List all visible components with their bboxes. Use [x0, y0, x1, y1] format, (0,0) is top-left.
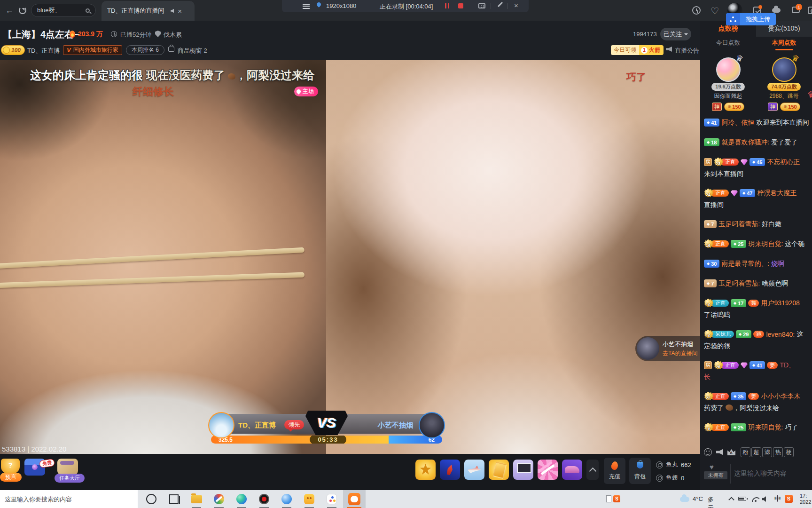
battery-icon[interactable]: [738, 497, 746, 501]
sogou-ime-icon[interactable]: S: [785, 495, 793, 503]
chat-message[interactable]: ◆18就是喜欢你骚冲: 爱了爱了: [704, 137, 812, 147]
chat-message[interactable]: ◆30雨是最寻常的、: 烧啊: [704, 259, 812, 269]
chat-message[interactable]: ◆7玉足叼着雪茄: 好白嫩: [704, 219, 812, 229]
chat-user-name[interactable]: 玉足叼着雪茄:: [718, 279, 760, 288]
gift-game-console[interactable]: [513, 460, 533, 480]
chat-message[interactable]: ◆7玉足叼着雪茄: 啥颜色啊: [704, 278, 812, 288]
chat-input[interactable]: [734, 463, 809, 484]
ime-indicator[interactable]: 中: [774, 495, 781, 503]
chat-user-name[interactable]: 小小小李李木: [761, 392, 800, 401]
annotate-icon[interactable]: [498, 2, 503, 7]
gift-red-rocket[interactable]: [440, 460, 460, 480]
broadcast-horn-icon[interactable]: [716, 449, 723, 455]
chat-user-name[interactable]: 阿冷、依恒: [721, 119, 754, 127]
wifi-icon[interactable]: [752, 496, 759, 502]
chat-message-list[interactable]: ◆41阿冷、依恒 欢迎来到本直播间◆18就是喜欢你骚冲: 爱了爱了房23正直◆4…: [704, 118, 812, 447]
tab-audio-icon[interactable]: [171, 9, 174, 13]
home-icon[interactable]: [808, 7, 812, 14]
browser-tab[interactable]: TD、正直博的直播间 ×: [102, 1, 195, 21]
history-icon[interactable]: [692, 6, 701, 15]
task-scroll-icon[interactable]: [57, 459, 78, 475]
taskbar-pinwheel-app[interactable]: [208, 490, 230, 508]
address-search-input[interactable]: blue呀、: [31, 4, 96, 17]
taskbar-douyu-client[interactable]: [343, 490, 366, 508]
announcement-label[interactable]: 直播公告: [675, 47, 699, 55]
gift-expand-button[interactable]: [586, 460, 599, 480]
pause-recording-button[interactable]: [445, 3, 449, 8]
right-stream-video[interactable]: [326, 60, 700, 454]
chat-message[interactable]: 房23正直◆45不忘初心正来到本直播间: [704, 157, 812, 178]
weather-cloud-icon[interactable]: [680, 497, 689, 502]
emoji-icon[interactable]: [704, 448, 712, 456]
sogou-tray-icon[interactable]: S: [613, 495, 620, 502]
chat-user-name[interactable]: 不忘初心正: [767, 158, 800, 167]
chat-user-name[interactable]: 玉足叼着雪茄:: [718, 220, 760, 229]
chat-message[interactable]: 22正直◆35姜小小小李李木药费了 ，阿梨没过来给: [704, 391, 812, 413]
chat-message[interactable]: 16正直◆25玥来玥自觉: 巧了: [704, 422, 812, 432]
streamer-name[interactable]: TD、正直博: [27, 47, 60, 55]
taskbar-edge-browser[interactable]: [230, 490, 253, 508]
messages-icon[interactable]: 1: [792, 7, 800, 13]
chat-user-name[interactable]: 玥来玥自觉:: [748, 240, 783, 248]
rank-card-today[interactable]: ♛ 19.6万点数 因你而翘起 神 150: [700, 54, 756, 111]
gift-purple-cruiser[interactable]: [562, 460, 582, 480]
recharge-button[interactable]: 充值: [604, 458, 625, 484]
favorites-icon[interactable]: [710, 5, 721, 16]
tray-expand-icon[interactable]: [728, 497, 734, 503]
recorder-menu-icon[interactable]: [303, 4, 310, 9]
taskbar-qq-browser[interactable]: [275, 490, 298, 508]
noble-crown-icon[interactable]: [727, 449, 735, 455]
goto-opponent-room-link[interactable]: 去TA的直播间: [663, 349, 697, 357]
gift-golden-phoenix[interactable]: [415, 460, 436, 480]
taskbar-cortana[interactable]: [140, 490, 163, 508]
subtab-today-points[interactable]: 今日点数: [700, 39, 756, 47]
prediction-trophy-icon[interactable]: [1, 459, 20, 474]
chat-user-name[interactable]: 梓淏君大魔王: [757, 189, 796, 198]
taskbar-task-view[interactable]: [163, 490, 185, 508]
pk-right-avatar[interactable]: [419, 412, 445, 438]
chat-message[interactable]: ◆41阿冷、依恒 欢迎来到本直播间: [704, 118, 812, 127]
chat-message[interactable]: 10正直◆17舞用户9319208了话呜呜: [704, 298, 812, 319]
followed-button[interactable]: 已关注: [660, 28, 691, 40]
stop-recording-button[interactable]: [458, 3, 463, 8]
chat-message[interactable]: 24正直◆47梓淏君大魔王直播间: [704, 188, 812, 209]
week-rank-pill[interactable]: 本周排名 6: [126, 45, 164, 55]
verified-tag[interactable]: V 国内外城市旅行家: [63, 45, 122, 55]
gift-pink-gift[interactable]: [538, 460, 558, 480]
subtab-week-points[interactable]: 本周点数: [756, 39, 812, 47]
refresh-icon[interactable]: [19, 7, 26, 14]
gift-fighter-jet[interactable]: [464, 460, 484, 480]
shop-window-label[interactable]: 商品橱窗 2: [178, 47, 207, 55]
rank-card-week[interactable]: ♛ 74.0万点数 2988、跳哥 神 150: [756, 54, 812, 111]
chat-filter-button-梗[interactable]: 梗: [784, 447, 794, 457]
taskbar-search-input[interactable]: [0, 490, 138, 508]
chat-user-name[interactable]: 就是喜欢你骚冲:: [721, 138, 769, 147]
taskbar-clock[interactable]: 17:2022: [800, 493, 812, 506]
tab-close-icon[interactable]: ×: [178, 7, 182, 15]
taskbar-screen-recorder[interactable]: [253, 490, 275, 508]
document-tray-icon[interactable]: [606, 495, 611, 502]
chat-message[interactable]: 10呆妹儿◆29跳leven840: 这定骚的很: [704, 329, 812, 350]
taskbar-yy-voice[interactable]: [298, 490, 320, 508]
weather-condition[interactable]: 多云: [708, 495, 714, 508]
task-hall-label[interactable]: 任务大厅: [55, 474, 85, 483]
screenshot-icon[interactable]: [478, 3, 485, 8]
pk-left-avatar[interactable]: [208, 412, 234, 438]
fish-fin-row[interactable]: 鱼翅 0: [656, 473, 691, 483]
pin-icon[interactable]: [316, 1, 322, 8]
backpack-button[interactable]: 背包: [629, 458, 651, 484]
daily-claim-badge[interactable]: 今日可领 1 火箭: [611, 45, 664, 55]
chat-user-name[interactable]: 用户9319208: [761, 299, 800, 308]
taskbar-douyu-hive[interactable]: [320, 490, 343, 508]
chat-user-name[interactable]: 雨是最寻常的、:: [721, 260, 769, 268]
chat-user-name[interactable]: leven840:: [766, 331, 795, 338]
chat-message[interactable]: 房26正直◆41姜TD、长: [704, 360, 812, 381]
prediction-label[interactable]: 预言: [0, 473, 22, 482]
back-icon[interactable]: [4, 5, 15, 16]
chat-filter-button-粉[interactable]: 粉: [741, 447, 750, 457]
weather-temperature[interactable]: 4°C: [693, 495, 703, 502]
chat-message[interactable]: 16正直◆25玥来玥自觉: 这个确: [704, 239, 812, 249]
recorder-close-icon[interactable]: ×: [514, 1, 518, 9]
taskbar-file-explorer[interactable]: [185, 490, 208, 508]
chat-filter-button-热[interactable]: 热: [773, 447, 783, 457]
